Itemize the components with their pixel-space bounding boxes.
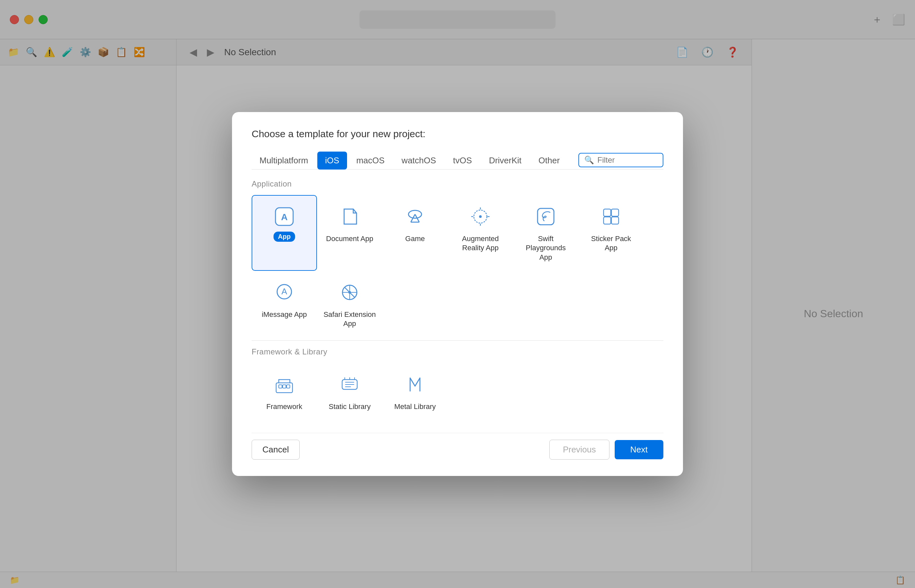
- game-icon: [404, 205, 427, 228]
- metal-library-icon-wrap: [402, 372, 428, 397]
- sticker-pack-icon: [600, 205, 622, 228]
- document-app-icon: [338, 205, 361, 228]
- previous-button[interactable]: Previous: [549, 440, 609, 460]
- imessage-icon-wrap: A: [271, 279, 297, 305]
- game-icon-wrap: [402, 204, 428, 229]
- sticker-pack-label: Sticker Pack App: [584, 234, 638, 253]
- ar-app-label: Augmented Reality App: [454, 234, 507, 253]
- svg-rect-26: [283, 385, 286, 388]
- ar-app-icon-wrap: [467, 204, 493, 229]
- template-imessage[interactable]: A iMessage App: [252, 271, 317, 337]
- app-icon: A: [273, 205, 296, 228]
- framework-label: Framework: [266, 402, 302, 412]
- swift-playgrounds-icon-wrap: [533, 204, 559, 229]
- filter-input[interactable]: [597, 155, 656, 165]
- tab-tvos[interactable]: tvOS: [445, 152, 480, 170]
- dialog-footer: Cancel Previous Next: [252, 433, 663, 460]
- tab-other[interactable]: Other: [531, 152, 567, 170]
- tab-bar: Multiplatform iOS macOS watchOS tvOS Dri…: [252, 151, 663, 170]
- template-game[interactable]: Game: [382, 195, 448, 271]
- filter-input-wrap: 🔍: [579, 153, 663, 167]
- tab-macos[interactable]: macOS: [348, 152, 393, 170]
- safari-ext-label: Safari Extension App: [323, 310, 377, 329]
- section-divider: [252, 340, 663, 341]
- section-header-framework: Framework & Library: [252, 347, 663, 356]
- framework-template-grid: Framework Static Library: [252, 363, 663, 420]
- template-sticker-pack[interactable]: Sticker Pack App: [579, 195, 644, 271]
- template-framework[interactable]: Framework: [252, 363, 317, 420]
- static-library-icon-wrap: [336, 372, 363, 397]
- document-app-label: Document App: [326, 234, 373, 244]
- imessage-label: iMessage App: [262, 310, 307, 320]
- new-project-dialog: Choose a template for your new project: …: [232, 112, 683, 476]
- template-swift-playgrounds[interactable]: Swift Playgrounds App: [513, 195, 579, 271]
- dialog-title: Choose a template for your new project:: [252, 128, 663, 139]
- svg-rect-25: [279, 385, 282, 388]
- metal-library-label: Metal Library: [394, 402, 436, 412]
- application-template-grid: A App Document App: [252, 195, 663, 337]
- svg-rect-16: [611, 217, 619, 224]
- template-document-app[interactable]: Document App: [317, 195, 382, 271]
- svg-rect-15: [604, 217, 611, 224]
- ar-app-icon: [469, 205, 492, 228]
- swift-playgrounds-label: Swift Playgrounds App: [519, 234, 572, 262]
- framework-icon: [273, 373, 296, 396]
- filter-icon: 🔍: [584, 155, 594, 165]
- template-static-library[interactable]: Static Library: [317, 363, 382, 420]
- imessage-icon: A: [273, 281, 296, 304]
- cancel-button[interactable]: Cancel: [252, 440, 300, 460]
- safari-ext-icon-wrap: [336, 279, 363, 305]
- static-library-label: Static Library: [329, 402, 370, 412]
- svg-point-23: [348, 291, 351, 294]
- template-ar-app[interactable]: Augmented Reality App: [448, 195, 513, 271]
- tab-ios[interactable]: iOS: [317, 152, 347, 170]
- metal-library-icon: [404, 373, 427, 396]
- svg-rect-27: [286, 385, 290, 388]
- section-header-application: Application: [252, 179, 663, 189]
- tab-watchos[interactable]: watchOS: [394, 152, 444, 170]
- tab-multiplatform[interactable]: Multiplatform: [252, 152, 316, 170]
- template-safari-ext[interactable]: Safari Extension App: [317, 271, 382, 337]
- next-button[interactable]: Next: [615, 440, 663, 459]
- framework-icon-wrap: [271, 372, 297, 397]
- tab-driverkit[interactable]: DriverKit: [481, 152, 529, 170]
- svg-rect-14: [611, 209, 619, 216]
- svg-text:A: A: [281, 212, 288, 222]
- game-label: Game: [405, 234, 425, 244]
- template-metal-library[interactable]: Metal Library: [382, 363, 448, 420]
- template-app[interactable]: A App: [252, 195, 317, 271]
- app-badge: App: [273, 232, 296, 242]
- safari-ext-icon: [338, 281, 361, 304]
- swift-playgrounds-icon: [534, 205, 557, 228]
- static-library-icon: [338, 373, 361, 396]
- sticker-pack-icon-wrap: [598, 204, 624, 229]
- app-icon-wrap: A: [271, 204, 297, 229]
- svg-rect-13: [604, 209, 611, 216]
- svg-text:A: A: [281, 286, 287, 296]
- document-app-icon-wrap: [336, 204, 363, 229]
- modal-overlay: Choose a template for your new project: …: [0, 0, 915, 588]
- svg-point-7: [479, 215, 482, 218]
